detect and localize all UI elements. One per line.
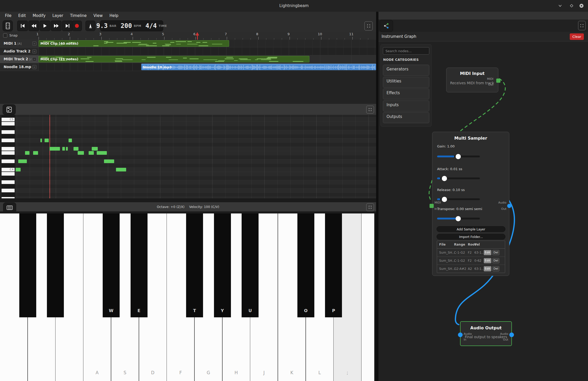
piano-roll-black-key[interactable]: [2, 142, 15, 147]
piano-roll-black-key[interactable]: [2, 126, 15, 130]
piano-roll-white-key[interactable]: [2, 147, 15, 151]
clear-graph-button[interactable]: Clear: [570, 33, 584, 40]
black-key-E[interactable]: E: [131, 213, 148, 317]
menu-item-layer[interactable]: Layer: [49, 12, 67, 20]
edit-sample-button[interactable]: Edit: [484, 266, 491, 271]
midi-note[interactable]: [116, 168, 126, 171]
track-header[interactable]: MIDI 1[A]-: [0, 40, 39, 47]
maximize-button[interactable]: [568, 2, 575, 10]
midi-note[interactable]: [25, 151, 29, 155]
piano-roll-white-key[interactable]: [2, 122, 15, 126]
track-lane[interactable]: MIDI Clip (21 notes): [39, 55, 376, 63]
timeline-ruler[interactable]: Snap 1234567891011: [0, 32, 376, 40]
piano-roll-fullscreen-button[interactable]: [366, 106, 374, 114]
film-button[interactable]: [3, 20, 13, 31]
midi-clip[interactable]: MIDI Clip (21 notes): [39, 56, 309, 62]
skip-to-start-button[interactable]: [17, 21, 28, 31]
track-mute-button[interactable]: -: [32, 49, 36, 53]
midi-note[interactable]: [45, 139, 49, 142]
close-button[interactable]: [578, 2, 585, 10]
category-generators[interactable]: Generators: [383, 65, 429, 76]
menu-item-view[interactable]: View: [90, 12, 106, 20]
midi-note[interactable]: [104, 159, 114, 163]
midi-note[interactable]: [89, 151, 94, 155]
piano-roll-black-key[interactable]: [2, 115, 15, 117]
delete-sample-button[interactable]: Del: [492, 258, 499, 263]
audio-out-port[interactable]: [507, 204, 511, 208]
piano-roll-grid[interactable]: [15, 115, 376, 198]
midi-note[interactable]: [92, 147, 98, 151]
piano-roll-white-key[interactable]: [2, 139, 15, 142]
delete-sample-button[interactable]: Del: [492, 266, 499, 271]
piano-roll-black-key[interactable]: [2, 134, 15, 138]
track-mute-button[interactable]: -: [32, 65, 36, 69]
attack-slider-knob[interactable]: [442, 176, 447, 181]
release-slider-knob[interactable]: [442, 197, 447, 202]
category-effects[interactable]: Effects: [383, 88, 429, 99]
category-inputs[interactable]: Inputs: [383, 100, 429, 111]
piano-roll-mode-button[interactable]: [3, 104, 16, 115]
midi-note[interactable]: [62, 147, 65, 151]
rewind-button[interactable]: [28, 21, 39, 31]
track-lane[interactable]: MIDI Clip (40 notes): [39, 40, 376, 47]
edit-sample-button[interactable]: Edit: [484, 258, 491, 263]
timeline-fullscreen-button[interactable]: [364, 21, 373, 31]
midi-note[interactable]: [16, 168, 21, 171]
track-lane[interactable]: Noodle 18.mp3: [39, 63, 376, 71]
black-key-O[interactable]: O: [297, 213, 314, 317]
track-header[interactable]: Noodle 18.mp3[A]-: [0, 63, 39, 71]
track-header[interactable]: Audio Track 2[A]-: [0, 47, 39, 55]
minimize-button[interactable]: [556, 2, 564, 10]
menu-item-edit[interactable]: Edit: [15, 12, 29, 20]
import-folder-button[interactable]: Import Folder...: [437, 234, 505, 240]
category-utilities[interactable]: Utilities: [383, 77, 429, 88]
delete-sample-button[interactable]: Del: [492, 250, 499, 255]
track-mute-button[interactable]: -: [32, 57, 36, 61]
track-header[interactable]: MIDI Track 2[A]-: [0, 55, 39, 63]
graph-mode-button[interactable]: [379, 20, 393, 32]
menu-item-file[interactable]: File: [2, 12, 15, 20]
fast-forward-button[interactable]: [51, 21, 62, 31]
black-key-U[interactable]: U: [242, 213, 259, 317]
midi-note[interactable]: [97, 151, 107, 155]
track-mute-button[interactable]: -: [32, 41, 36, 46]
black-key-W[interactable]: W: [103, 213, 120, 317]
graph-fullscreen-button[interactable]: [578, 21, 586, 30]
piano-roll-white-key[interactable]: C5: [2, 118, 15, 121]
black-key-Y[interactable]: Y: [214, 213, 231, 317]
piano-roll-white-key[interactable]: [2, 159, 15, 163]
piano-roll-black-key[interactable]: [2, 184, 15, 188]
category-outputs[interactable]: Outputs: [383, 112, 429, 123]
menu-item-timeline[interactable]: Timeline: [67, 12, 90, 20]
midi-note[interactable]: [74, 147, 78, 151]
metronome-button[interactable]: [85, 21, 95, 31]
midi-note[interactable]: [33, 151, 38, 155]
midi-note[interactable]: [40, 139, 42, 142]
piano-roll-white-key[interactable]: [2, 130, 15, 134]
black-key-T[interactable]: T: [186, 213, 203, 317]
black-key[interactable]: [47, 213, 64, 317]
node-multi-sampler[interactable]: Multi Sampler MIDI In Audio Out Transpos…: [432, 132, 509, 276]
piano-roll-black-key[interactable]: [2, 163, 15, 168]
search-input[interactable]: [383, 47, 429, 55]
midi-note[interactable]: [78, 151, 84, 155]
piano-roll-white-key[interactable]: [2, 180, 15, 184]
piano-roll-black-key[interactable]: [2, 176, 15, 180]
play-button[interactable]: [40, 21, 50, 31]
gain-slider-knob[interactable]: [456, 154, 461, 159]
midi-note[interactable]: [18, 159, 27, 163]
snap-checkbox[interactable]: [3, 33, 7, 38]
midi-in-port[interactable]: [430, 204, 434, 208]
piano-roll-black-key[interactable]: [2, 193, 15, 197]
menu-item-help[interactable]: Help: [106, 12, 122, 20]
audio-clip[interactable]: Noodle 18.mp3: [141, 64, 376, 70]
piano-roll-white-key[interactable]: [2, 151, 15, 155]
add-sample-layer-button[interactable]: Add Sample Layer: [437, 226, 505, 232]
audio-in-port[interactable]: [458, 332, 463, 337]
skip-to-end-button[interactable]: [62, 21, 73, 31]
piano-roll-keys[interactable]: C5C4: [2, 115, 15, 198]
node-audio-output[interactable]: Audio Output Final output to speakers Au…: [460, 321, 512, 346]
track-lane[interactable]: [39, 47, 376, 55]
piano-roll-white-key[interactable]: [2, 172, 15, 176]
midi-note[interactable]: [66, 147, 68, 151]
